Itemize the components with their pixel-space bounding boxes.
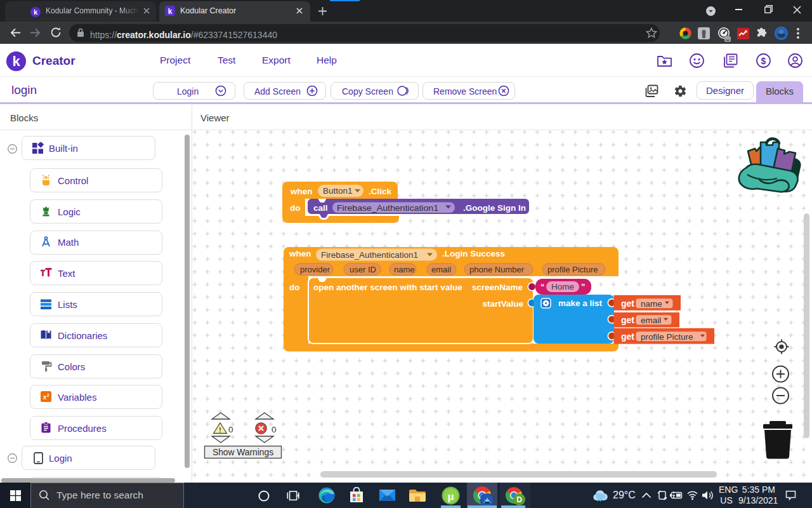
svg-text:provider: provider [300, 265, 331, 274]
svg-text:μ: μ [448, 490, 454, 502]
svg-text:D: D [516, 495, 522, 504]
svg-text:!: ! [219, 427, 221, 434]
svg-text:email: email [431, 265, 451, 274]
svg-text:call: call [313, 203, 328, 213]
svg-text:make a list: make a list [558, 298, 603, 308]
svg-text:.Click: .Click [369, 187, 392, 196]
svg-text:open another screen with start: open another screen with start value [313, 283, 462, 292]
svg-text:when: when [289, 249, 311, 258]
svg-text:do: do [289, 283, 300, 292]
svg-text:when: when [290, 187, 313, 196]
svg-text:Show Warnings: Show Warnings [213, 448, 273, 457]
svg-text:Firebase_Authentication1: Firebase_Authentication1 [321, 250, 418, 260]
svg-text:k: k [168, 7, 173, 16]
svg-text:“: “ [540, 282, 545, 291]
svg-text:profile Picture: profile Picture [547, 265, 598, 274]
svg-text:startValue: startValue [482, 299, 523, 309]
svg-text:phone Number: phone Number [469, 265, 525, 274]
svg-text:Firebase_Authentication1: Firebase_Authentication1 [337, 203, 438, 213]
svg-text:”: ” [581, 282, 586, 291]
svg-text:0: 0 [228, 425, 233, 434]
svg-text:get: get [621, 315, 634, 325]
svg-text:screenName: screenName [472, 283, 523, 292]
svg-text:get: get [621, 331, 634, 342]
svg-text:profile Picture: profile Picture [641, 332, 693, 342]
svg-text:k: k [12, 53, 20, 69]
svg-text:Button1: Button1 [323, 186, 353, 196]
svg-text:name: name [641, 299, 662, 309]
svg-text:k: k [34, 8, 38, 16]
svg-text:Home: Home [551, 282, 574, 291]
svg-text:name: name [394, 265, 415, 274]
svg-text:2: 2 [47, 393, 49, 398]
svg-text:$: $ [761, 56, 766, 66]
svg-text:email: email [641, 316, 661, 325]
svg-text:get: get [621, 298, 634, 309]
svg-text:.Login Success: .Login Success [442, 249, 505, 258]
svg-text:.Google Sign In: .Google Sign In [463, 203, 526, 213]
svg-text:x: x [43, 394, 47, 401]
svg-text:0: 0 [272, 425, 277, 434]
svg-text:user ID: user ID [350, 265, 376, 274]
svg-text:do: do [290, 203, 301, 213]
